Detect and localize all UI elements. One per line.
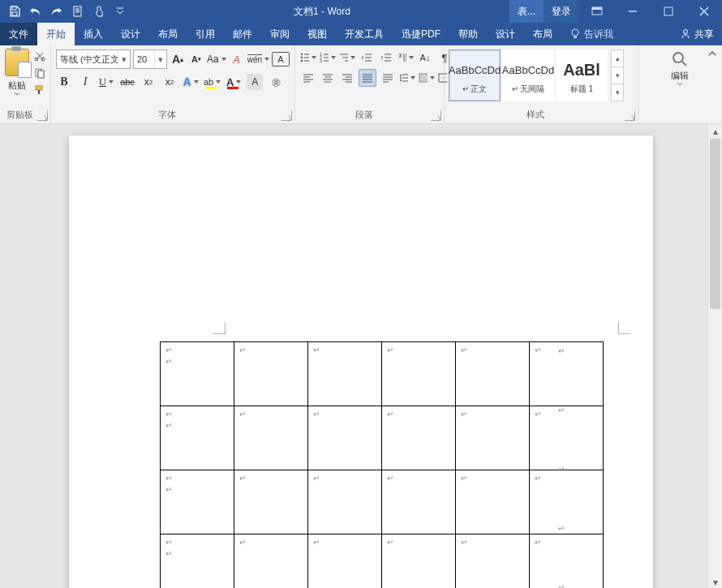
- asian-layout-icon[interactable]: [398, 49, 414, 66]
- tab-table-design[interactable]: 设计: [487, 23, 524, 45]
- tab-help[interactable]: 帮助: [449, 23, 487, 45]
- maximize-icon[interactable]: [651, 0, 686, 23]
- scroll-down-icon[interactable]: ▾: [708, 575, 722, 588]
- italic-button[interactable]: I: [77, 74, 93, 90]
- font-color-icon[interactable]: A: [226, 74, 242, 90]
- table-cell[interactable]: ↵: [530, 470, 604, 534]
- strikethrough-button[interactable]: abc: [119, 74, 135, 90]
- table-cell[interactable]: ↵: [456, 406, 530, 470]
- tab-file[interactable]: 文件: [0, 23, 37, 45]
- vertical-scrollbar[interactable]: ▴ ▾: [707, 124, 722, 588]
- copy-icon[interactable]: [32, 66, 47, 80]
- decrease-indent-icon[interactable]: [359, 49, 375, 66]
- subscript-button[interactable]: x2: [140, 74, 157, 90]
- tab-pdf[interactable]: 迅捷PDF: [393, 23, 449, 45]
- style-no-spacing[interactable]: AaBbCcDd ↵ 无间隔: [502, 49, 554, 101]
- align-justify-icon[interactable]: [359, 69, 376, 87]
- font-name-combo[interactable]: 等线 (中文正文)▾: [56, 49, 131, 69]
- align-distribute-icon[interactable]: [380, 70, 396, 86]
- align-left-icon[interactable]: [300, 70, 316, 86]
- tab-view[interactable]: 视图: [299, 23, 336, 45]
- style-expand[interactable]: ▾: [611, 84, 624, 101]
- share-button[interactable]: 共享: [672, 28, 722, 41]
- shrink-font-icon[interactable]: A▾: [188, 51, 204, 67]
- tab-home[interactable]: 开始: [37, 23, 75, 45]
- font-size-combo[interactable]: 20▾: [133, 49, 167, 69]
- table-cell[interactable]: ↵: [308, 534, 382, 589]
- clear-format-icon[interactable]: A: [229, 51, 245, 67]
- bold-button[interactable]: B: [56, 74, 72, 90]
- enclose-char-icon[interactable]: ㊮: [268, 74, 284, 90]
- font-dialog-launcher[interactable]: [281, 110, 292, 121]
- new-doc-icon[interactable]: [68, 2, 88, 21]
- scroll-thumb[interactable]: [710, 139, 720, 309]
- tab-dev[interactable]: 开发工具: [336, 23, 393, 45]
- styles-dialog-launcher[interactable]: [625, 110, 635, 121]
- table-cell[interactable]: ↵↵: [161, 470, 234, 534]
- table-cell[interactable]: ↵: [530, 342, 604, 406]
- text-effects-icon[interactable]: A: [183, 74, 199, 90]
- style-normal[interactable]: AaBbCcDd ↵ 正文: [449, 49, 501, 101]
- styles-gallery[interactable]: AaBbCcDd ↵ 正文 AaBbCcDd ↵ 无间隔 AaBl 标题 1 ▴…: [445, 45, 638, 108]
- cut-icon[interactable]: [32, 49, 47, 63]
- table-cell[interactable]: ↵: [234, 470, 308, 534]
- tab-mail[interactable]: 邮件: [224, 23, 261, 45]
- style-scroll-up[interactable]: ▴: [611, 49, 624, 67]
- undo-icon[interactable]: [26, 2, 45, 21]
- tell-me[interactable]: 告诉我: [561, 28, 621, 41]
- highlight-icon[interactable]: ab: [204, 74, 221, 90]
- table-cell[interactable]: ↵: [234, 342, 308, 406]
- table-cell[interactable]: ↵: [382, 470, 456, 534]
- tab-design[interactable]: 设计: [112, 23, 149, 45]
- table-cell[interactable]: ↵↵: [161, 342, 234, 406]
- bullets-icon[interactable]: [300, 49, 316, 66]
- char-border-icon[interactable]: A: [272, 52, 290, 67]
- table-cell[interactable]: ↵: [456, 534, 530, 589]
- table-cell[interactable]: ↵: [456, 342, 530, 406]
- table-cell[interactable]: ↵↵: [161, 406, 234, 470]
- table-cell[interactable]: ↵: [308, 470, 382, 534]
- clipboard-dialog-launcher[interactable]: [37, 110, 48, 121]
- format-painter-icon[interactable]: [32, 83, 47, 97]
- tab-references[interactable]: 引用: [187, 23, 224, 45]
- login-button[interactable]: 登录: [544, 0, 579, 23]
- sort-icon[interactable]: A↓: [417, 49, 433, 66]
- table-cell[interactable]: ↵: [382, 342, 456, 406]
- grow-font-icon[interactable]: A▴: [170, 51, 186, 67]
- underline-button[interactable]: U: [98, 74, 114, 90]
- multilevel-icon[interactable]: [339, 49, 355, 66]
- increase-indent-icon[interactable]: [378, 49, 394, 66]
- numbering-icon[interactable]: 123: [320, 49, 336, 66]
- ribbon-options-icon[interactable]: [579, 0, 615, 23]
- table-cell[interactable]: ↵: [234, 534, 308, 589]
- minimize-icon[interactable]: [615, 0, 651, 23]
- find-icon[interactable]: [671, 50, 689, 68]
- table-cell[interactable]: ↵: [530, 534, 604, 589]
- document-area[interactable]: ↵↵↵↵↵↵↵↵↵↵↵↵↵↵↵↵↵↵↵↵↵↵↵↵↵↵↵↵↵↵↵↵↵↵↵↵↵↵↵↵…: [0, 124, 722, 588]
- table-tools-tab[interactable]: 表...: [509, 0, 544, 23]
- save-icon[interactable]: [5, 2, 24, 21]
- table-cell[interactable]: ↵: [382, 406, 456, 470]
- qat-customize-icon[interactable]: [110, 2, 130, 21]
- tab-review[interactable]: 审阅: [261, 23, 299, 45]
- table-cell[interactable]: ↵: [530, 406, 604, 470]
- table-cell[interactable]: ↵: [456, 470, 530, 534]
- table-cell[interactable]: ↵↵: [161, 534, 234, 589]
- change-case-icon[interactable]: Aa: [207, 51, 226, 67]
- align-right-icon[interactable]: [339, 70, 355, 86]
- line-spacing-icon[interactable]: [399, 70, 415, 86]
- close-icon[interactable]: [686, 0, 722, 23]
- redo-icon[interactable]: [47, 2, 67, 21]
- paste-button[interactable]: 粘贴: [3, 49, 31, 97]
- table-cell[interactable]: ↵: [234, 406, 308, 470]
- paragraph-dialog-launcher[interactable]: [431, 110, 441, 121]
- style-scroll-down[interactable]: ▾: [611, 67, 624, 84]
- table-cell[interactable]: ↵: [308, 342, 382, 406]
- scroll-up-icon[interactable]: ▴: [708, 124, 722, 138]
- align-center-icon[interactable]: [320, 70, 336, 86]
- style-heading1[interactable]: AaBl 标题 1: [556, 49, 608, 101]
- document-table[interactable]: ↵↵↵↵↵↵↵↵↵↵↵↵↵↵↵↵↵↵↵↵↵↵↵↵↵↵↵↵↵↵↵↵↵↵↵↵↵↵↵↵…: [160, 341, 604, 588]
- shading-icon[interactable]: [419, 70, 435, 86]
- phonetic-guide-icon[interactable]: wén: [247, 51, 269, 67]
- tab-insert[interactable]: 插入: [75, 23, 112, 45]
